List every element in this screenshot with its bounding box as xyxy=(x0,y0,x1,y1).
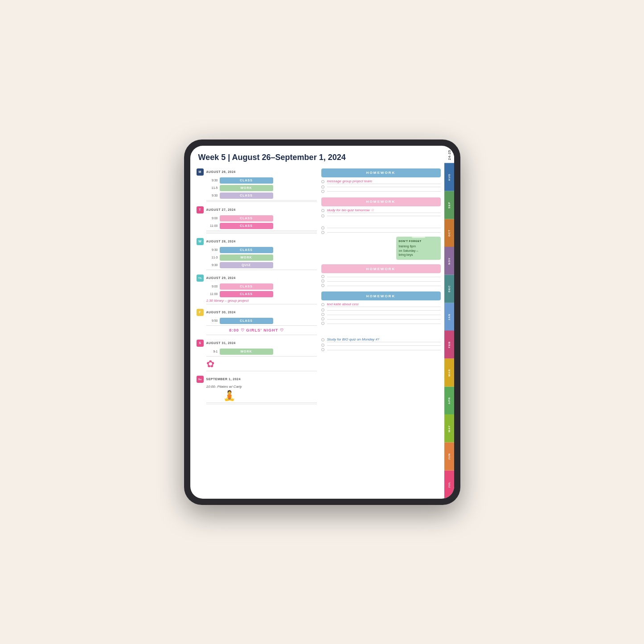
hw-wednesday-item-1 xyxy=(321,226,441,230)
day-tuesday: T AUGUST 27, 2024 9:00 CLASS 11:00 CLASS xyxy=(197,206,317,234)
monday-event-3: 9:30 CLASS xyxy=(197,193,317,199)
tuesday-header: T AUGUST 27, 2024 xyxy=(197,206,317,213)
tab-mar[interactable]: MAR xyxy=(444,359,454,387)
day-saturday: S AUGUST 31, 2024 9-1 WORK ✿ xyxy=(197,340,317,371)
hw-wednesday-text-1 xyxy=(327,227,441,228)
thursday-class-1: CLASS xyxy=(220,283,273,290)
hw-circle xyxy=(321,214,324,217)
hw-tuesday-header: HOMEWORK xyxy=(321,197,441,206)
flower-decoration: ✿ xyxy=(197,358,317,370)
tab-oct[interactable]: OCT xyxy=(444,219,454,247)
thursday-line xyxy=(206,304,317,304)
hw-saturday-item-3 xyxy=(321,348,441,351)
sunday-letter: Su xyxy=(197,376,204,383)
sticky-label: DON'T FORGET xyxy=(399,239,438,243)
tab-nov[interactable]: NOV xyxy=(444,247,454,275)
day-monday: M AUGUST 26, 2024 9:30 CLASS 11-5 WORK xyxy=(197,168,317,202)
hw-tuesday-text-2 xyxy=(327,215,441,216)
hw-circle xyxy=(321,348,324,351)
homework-column: HOMEWORK message group project team xyxy=(321,168,441,409)
hw-sunday-text-main: Study for BIO quiz on Monday 🏷 xyxy=(327,337,441,342)
hw-friday: HOMEWORK text katie about cesi xyxy=(321,291,441,325)
hw-thursday-item-2 xyxy=(321,279,441,283)
tab-feb[interactable]: FEB xyxy=(444,331,454,359)
hw-friday-text-4 xyxy=(327,319,441,320)
hw-circle xyxy=(321,308,324,312)
monday-class-1: CLASS xyxy=(220,177,273,184)
tab-jul[interactable]: JUL xyxy=(444,471,454,499)
sunday-line-2 xyxy=(206,404,317,404)
wednesday-line xyxy=(206,270,317,270)
hw-thursday-header: HOMEWORK xyxy=(321,264,441,273)
wednesday-quiz: QUIZ xyxy=(220,262,273,268)
tuesday-event-2: 11:00 CLASS xyxy=(197,223,317,229)
hw-circle xyxy=(321,344,324,347)
hw-friday-text-2 xyxy=(327,310,441,311)
day-wednesday: W AUGUST 28, 2024 9:30 CLASS 11-3 WORK xyxy=(197,238,317,270)
monday-event-1: 9:30 CLASS xyxy=(197,177,317,184)
hw-circle xyxy=(321,284,324,287)
hw-friday-text-3 xyxy=(327,314,441,315)
sticky-tape xyxy=(412,235,425,238)
sunday-date: SEPTEMBER 1, 2024 xyxy=(206,377,241,381)
friday-class: CLASS xyxy=(220,318,273,324)
wednesday-date: AUGUST 28, 2024 xyxy=(206,240,236,243)
tab-apr[interactable]: APR xyxy=(444,387,454,415)
hw-monday-text-1: message group project team xyxy=(327,179,441,184)
friday-date: AUGUST 30, 2024 xyxy=(206,311,236,314)
pilates-event: 10:00- Pilates w/ Carly xyxy=(197,385,317,389)
monday-event-2: 11-5 WORK xyxy=(197,185,317,191)
monday-header: M AUGUST 26, 2024 xyxy=(197,168,317,176)
hw-saturday-text-2 xyxy=(327,345,441,346)
thursday-event-2: 11:00 CLASS xyxy=(197,291,317,297)
hw-circle xyxy=(321,303,324,306)
tab-sep[interactable]: SEP xyxy=(444,191,454,219)
hw-friday-item-1: text katie about cesi xyxy=(321,302,441,307)
tuesday-date: AUGUST 27, 2024 xyxy=(206,208,236,211)
sticky-note-wednesday: DON'T FORGET training 6pmon Saturday –br… xyxy=(396,237,441,260)
hw-thursday-text-3 xyxy=(327,285,441,286)
thursday-class-2: CLASS xyxy=(220,291,273,297)
thursday-letter: Th xyxy=(197,275,204,282)
hw-thursday-text-2 xyxy=(327,281,441,282)
hw-wednesday-item-2 xyxy=(321,231,441,234)
hw-friday-text-5 xyxy=(327,323,441,324)
monday-class-2: CLASS xyxy=(220,193,273,199)
hw-circle xyxy=(321,185,324,189)
hw-circle xyxy=(321,209,324,212)
day-thursday: Th AUGUST 29, 2024 9:00 CLASS 11:00 CLAS… xyxy=(197,275,317,304)
tab-may[interactable]: MAY xyxy=(444,414,454,443)
yoga-decoration: 🧘 xyxy=(197,390,317,402)
saturday-line-2 xyxy=(206,371,317,371)
hw-circle xyxy=(321,313,324,316)
hw-saturday-item-1: Study for BIO quiz on Monday 🏷 xyxy=(321,337,441,342)
hw-monday-item-3 xyxy=(321,190,441,193)
hw-tuesday-text-1: study for bio quiz tomorrow ☆ xyxy=(327,208,441,213)
hw-thursday: HOMEWORK xyxy=(321,264,441,287)
tab-jun[interactable]: JUN xyxy=(444,443,454,471)
week-body: M AUGUST 26, 2024 9:30 CLASS 11-5 WORK xyxy=(197,168,441,409)
thursday-header: Th AUGUST 29, 2024 xyxy=(197,275,317,282)
tuesday-line-1 xyxy=(206,230,317,231)
friday-event-1: 9:50 CLASS xyxy=(197,318,317,324)
hw-friday-header: HOMEWORK xyxy=(321,291,441,300)
tablet-device: Week 5 | August 26–September 1, 2024 M A… xyxy=(184,139,460,505)
tab-aug[interactable]: AUG xyxy=(444,163,454,191)
hw-circle xyxy=(321,279,324,283)
hw-monday: HOMEWORK message group project team xyxy=(321,168,441,193)
hw-tuesday-item-2 xyxy=(321,214,441,217)
tab-jan[interactable]: JAN xyxy=(444,303,454,331)
hw-monday-text-3 xyxy=(327,191,441,192)
wednesday-class: CLASS xyxy=(220,247,273,253)
hw-circle xyxy=(321,338,324,341)
hw-friday-item-5 xyxy=(321,322,441,325)
hw-saturday-item-2 xyxy=(321,344,441,347)
planner-content[interactable]: Week 5 | August 26–September 1, 2024 M A… xyxy=(190,146,444,499)
hw-thursday-item-3 xyxy=(321,284,441,287)
tab-dec[interactable]: DEC xyxy=(444,275,454,303)
hw-circle xyxy=(321,231,324,234)
hw-saturday: Study for BIO quiz on Monday 🏷 xyxy=(321,337,441,351)
tuesday-class-1: CLASS xyxy=(220,215,273,222)
page-title: Week 5 | August 26–September 1, 2024 xyxy=(198,153,441,162)
tablet-screen: Week 5 | August 26–September 1, 2024 M A… xyxy=(190,146,454,499)
